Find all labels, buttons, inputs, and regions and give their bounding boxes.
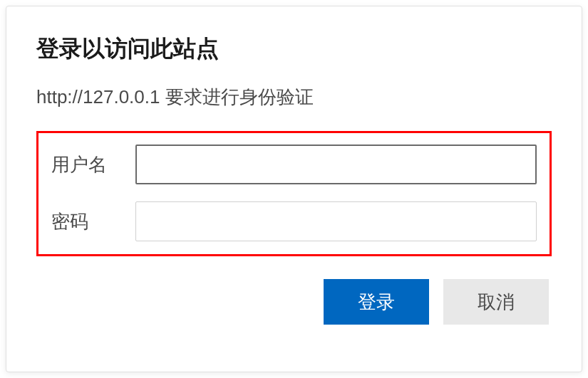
dialog-title: 登录以访问此站点 <box>36 33 552 65</box>
password-row: 密码 <box>51 201 537 241</box>
username-input[interactable] <box>135 145 537 184</box>
username-row: 用户名 <box>51 145 537 184</box>
auth-dialog: 登录以访问此站点 http://127.0.0.1 要求进行身份验证 用户名 密… <box>6 6 582 372</box>
cancel-button[interactable]: 取消 <box>443 279 549 325</box>
button-row: 登录 取消 <box>36 279 552 325</box>
username-label: 用户名 <box>51 152 135 177</box>
password-input[interactable] <box>135 201 537 241</box>
fields-highlight-box: 用户名 密码 <box>36 131 552 256</box>
login-button[interactable]: 登录 <box>324 279 429 325</box>
dialog-subtitle: http://127.0.0.1 要求进行身份验证 <box>36 85 552 110</box>
password-label: 密码 <box>51 209 135 234</box>
